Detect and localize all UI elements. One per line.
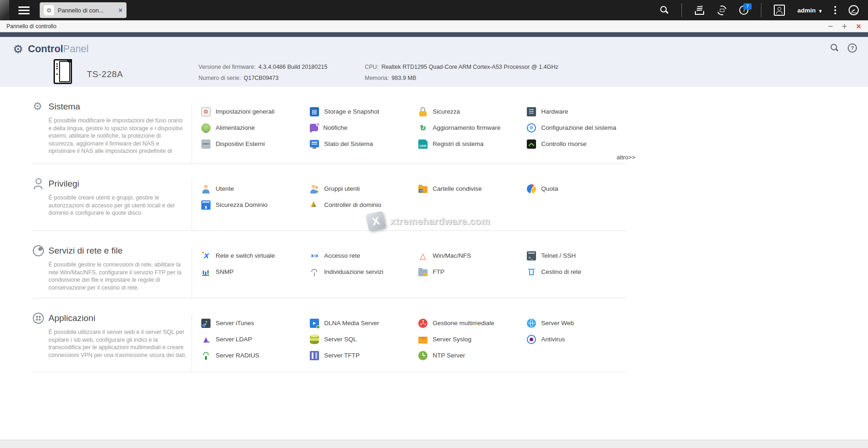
more-link[interactable]: altro>>: [201, 154, 635, 161]
item-syslog-server[interactable]: Server Syslog: [418, 335, 527, 344]
more-menu-icon[interactable]: [834, 6, 836, 14]
external-device-icon: [201, 139, 211, 149]
item-label: NTP Server: [433, 352, 465, 359]
item-general-settings[interactable]: Impostazioni generali: [201, 107, 310, 116]
item-external-device[interactable]: Dispositivi Esterni: [201, 139, 310, 149]
firmware-update-icon: [418, 123, 428, 133]
antivirus-icon: [527, 335, 536, 344]
item-label: Quota: [541, 185, 558, 192]
close-button[interactable]: ×: [856, 22, 862, 30]
firmware-version: Versione del firmware:4.3.4.0486 Build 2…: [199, 64, 327, 70]
item-hardware[interactable]: Hardware: [527, 107, 635, 116]
item-label: Accesso rete: [324, 252, 360, 259]
privileges-section-icon: [32, 178, 44, 190]
item-ldap-server[interactable]: Server LDAP: [201, 335, 310, 344]
item-firmware-update[interactable]: Aggiornamento firmware: [418, 123, 527, 133]
user-icon: [201, 184, 211, 194]
user-avatar-icon[interactable]: [774, 5, 785, 16]
external-device-sync-icon[interactable]: [717, 6, 727, 15]
item-label: Registri di sistema: [433, 140, 483, 147]
item-virtual-switch[interactable]: Rete e switch virtuale: [201, 251, 310, 260]
telnet-ssh-icon: [527, 251, 536, 260]
item-resource-monitor[interactable]: Controllo risorse: [527, 139, 635, 149]
multimedia-management-icon: [418, 319, 428, 328]
user-menu[interactable]: admin: [797, 6, 822, 14]
maximize-button[interactable]: +: [842, 22, 848, 30]
hardware-icon: [527, 107, 536, 116]
item-telnet-ssh[interactable]: Telnet / SSH: [527, 251, 635, 260]
item-service-discovery[interactable]: Individuazione servizi: [310, 267, 418, 277]
dashboard-icon[interactable]: [849, 5, 859, 15]
item-network-recycle-bin[interactable]: Cestino di rete: [527, 267, 635, 277]
system-section-icon: [32, 101, 44, 113]
item-sql-server[interactable]: Server SQL: [310, 335, 418, 344]
item-ntp-server[interactable]: NTP Server: [418, 351, 527, 360]
serial-number: Numero di serie:Q17CB09473: [199, 75, 278, 81]
panel-search-icon[interactable]: [830, 43, 839, 53]
network-services-section-icon: [32, 245, 44, 257]
item-domain-security[interactable]: Sicurezza Dominio: [201, 200, 310, 210]
item-user-groups[interactable]: Gruppi utenti: [310, 184, 418, 194]
section-servizi-rete-file: Servizi di rete e file È possibile gesti…: [32, 231, 626, 298]
section-items: Server iTunesDLNA Media ServerGestione m…: [201, 315, 635, 363]
sql-server-icon: [310, 335, 319, 344]
ldap-server-icon: [201, 335, 211, 344]
item-ftp[interactable]: FTP: [418, 268, 527, 276]
item-network-access[interactable]: Accesso rete: [310, 251, 418, 260]
item-security[interactable]: Sicurezza: [418, 107, 527, 116]
item-label: Controllo risorse: [541, 140, 586, 147]
item-notifications[interactable]: Notifiche: [310, 124, 418, 131]
item-antivirus[interactable]: Antivirus: [527, 335, 635, 344]
notifications-icon[interactable]: 7: [739, 6, 748, 15]
item-web-server[interactable]: Server Web: [527, 319, 635, 328]
domain-security-icon: [201, 200, 211, 210]
item-system-status[interactable]: Stato del Sistema: [310, 140, 418, 147]
item-snmp[interactable]: SNMP: [201, 267, 310, 277]
item-label: Dispositivi Esterni: [216, 140, 265, 147]
item-system-config[interactable]: Configurazione del sistema: [527, 123, 635, 133]
main-menu-icon[interactable]: [18, 6, 30, 14]
item-radius-server[interactable]: Server RADIUS: [201, 351, 310, 360]
window-title: Pannello di controllo: [6, 23, 56, 30]
security-icon: [418, 107, 428, 116]
item-system-logs[interactable]: Registri di sistema: [418, 139, 527, 149]
item-tftp-server[interactable]: Server TFTP: [310, 351, 418, 360]
item-label: Controller di dominio: [324, 201, 381, 208]
section-description: È possibile utilizzare il server web e i…: [48, 328, 187, 359]
item-label: Utente: [216, 185, 234, 192]
item-win-mac-nfs[interactable]: Win/Mac/NFS: [418, 251, 527, 260]
section-title: Servizi di rete e file: [48, 246, 123, 256]
corner-decoration: [0, 0, 9, 20]
system-status-icon: [310, 140, 319, 147]
tab-pannello-di-controllo[interactable]: Pannello di con... ×: [40, 2, 127, 18]
cpu-info: CPU:Realtek RTD1295 Quad-Core ARM Cortex…: [365, 64, 558, 70]
section-items: Rete e switch virtualeAccesso reteWin/Ma…: [201, 248, 635, 280]
quota-icon: [527, 184, 536, 194]
item-label: Individuazione servizi: [324, 268, 383, 275]
item-itunes-server[interactable]: Server iTunes: [201, 319, 310, 328]
item-quota[interactable]: Quota: [527, 184, 635, 194]
item-power[interactable]: Alimentazione: [201, 123, 310, 133]
item-dlna-server[interactable]: DLNA Media Server: [310, 319, 418, 328]
section-sistema: Sistema È possibile modificare le impost…: [32, 87, 626, 164]
tab-close-icon[interactable]: ×: [119, 6, 122, 14]
item-user[interactable]: Utente: [201, 184, 310, 194]
item-storage-snapshot[interactable]: Storage e Snapshot: [310, 107, 418, 116]
item-label: Cestino di rete: [541, 268, 581, 275]
window-bottom-edge: [0, 440, 868, 448]
section-items: UtenteGruppi utentiCartelle condiviseQuo…: [201, 181, 635, 213]
item-domain-controller[interactable]: Controller di dominio: [310, 200, 418, 210]
username-label: admin: [797, 7, 816, 14]
snmp-icon: [201, 267, 211, 277]
item-multimedia-management[interactable]: Gestione multimediale: [418, 319, 527, 328]
search-icon[interactable]: [660, 6, 669, 15]
minimize-button[interactable]: −: [827, 22, 833, 30]
item-label: Configurazione del sistema: [541, 124, 616, 131]
help-icon[interactable]: [848, 43, 857, 53]
item-shared-folders[interactable]: Cartelle condivise: [418, 185, 527, 193]
background-tasks-icon[interactable]: [694, 6, 705, 15]
web-server-icon: [527, 319, 536, 328]
shared-folders-icon: [418, 186, 428, 193]
item-label: Server Web: [541, 320, 574, 327]
item-label: Impostazioni generali: [216, 108, 275, 115]
